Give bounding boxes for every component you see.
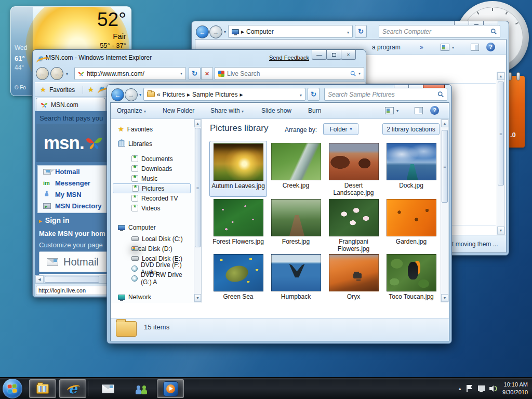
file-green-sea[interactable]: Green Sea [209, 252, 267, 303]
search-input[interactable] [328, 91, 437, 98]
search-icon[interactable] [490, 28, 497, 35]
search-icon[interactable] [437, 91, 444, 98]
taskbar-messenger-button[interactable] [130, 379, 154, 398]
file-frangipani-flowers[interactable]: Frangipani Flowers.jpg [325, 197, 382, 252]
scroll-left-button[interactable]: ◀ [35, 275, 44, 283]
toolbar-clipped-label[interactable]: a program [372, 44, 401, 51]
history-dropdown-icon[interactable]: ▾ [224, 30, 226, 34]
preview-pane-icon[interactable] [471, 44, 479, 51]
action-center-icon[interactable] [467, 385, 473, 392]
file-forest[interactable]: Forest.jpg [267, 197, 325, 252]
slide-show-button[interactable]: Slide show [261, 107, 291, 114]
search-box[interactable] [379, 25, 500, 38]
nav-pictures-selected[interactable]: * Pictures [113, 183, 191, 193]
help-icon[interactable]: ? [486, 43, 495, 51]
live-search-input[interactable] [227, 70, 348, 77]
scroll-up-button[interactable]: ▲ [194, 119, 201, 127]
nav-network[interactable]: Network [111, 292, 193, 302]
customize-page-link[interactable]: Customize your page [39, 241, 103, 249]
url-input[interactable] [87, 70, 178, 77]
address-field[interactable]: ▾ [74, 67, 186, 80]
back-button[interactable]: ← [196, 25, 209, 38]
views-icon[interactable] [385, 107, 394, 114]
network-tray-icon[interactable] [477, 385, 485, 392]
tab-msn[interactable]: MSN.com [36, 98, 105, 111]
nav-favorites[interactable]: ★ Favorites [111, 124, 193, 134]
scrollbar-thumb[interactable]: ≡ [195, 128, 201, 247]
tray-clock[interactable]: 10:10 AM 9/30/2010 [502, 381, 528, 396]
share-with-button[interactable]: Share with ▾ [210, 107, 244, 114]
scroll-down-button[interactable]: ▼ [441, 294, 448, 302]
history-dropdown-icon[interactable]: ▾ [139, 92, 141, 97]
scroll-down-button[interactable]: ▼ [194, 294, 201, 302]
file-dock[interactable]: Dock.jpg [382, 141, 440, 196]
search-box[interactable] [324, 88, 447, 101]
breadcrumb-pictures[interactable]: Pictures [163, 91, 185, 98]
taskbar-ie-button[interactable]: e [59, 379, 86, 398]
toolbar-overflow-chevron[interactable]: » [420, 44, 423, 51]
refresh-button[interactable]: ↻ [308, 88, 320, 101]
breadcrumb-sample-pictures[interactable]: Sample Pictures [192, 91, 237, 98]
file-garden[interactable]: Garden.jpg [382, 197, 440, 252]
nav-music[interactable]: * Music [111, 174, 193, 183]
scrollbar-thumb[interactable]: ≡ [498, 82, 504, 185]
file-creek[interactable]: Creek.jpg [267, 141, 325, 196]
live-search-box[interactable]: ▾ [215, 67, 364, 80]
address-dropdown-icon[interactable]: ▾ [180, 71, 182, 76]
vertical-scrollbar[interactable]: ▲ ≡ ▼ [497, 72, 505, 235]
scrollbar-thumb[interactable]: ≡ [442, 130, 448, 203]
breadcrumb-dropdown-icon[interactable]: ▾ [347, 30, 349, 35]
show-hidden-icons-button[interactable]: ▲ [458, 387, 462, 391]
pictures-window[interactable]: Send Feedback — × ← → ▾ « Pictures ▸ Sam… [107, 84, 452, 344]
scroll-down-button[interactable]: ▼ [497, 227, 504, 234]
sign-in-link[interactable]: ► Sign in [38, 216, 69, 224]
back-button[interactable]: ← [36, 67, 49, 80]
scroll-up-button[interactable]: ▲ [497, 72, 504, 80]
vertical-scrollbar[interactable]: ▲ ≡ ▼ [441, 119, 449, 302]
breadcrumb-overflow[interactable]: « [157, 91, 161, 98]
minimize-button[interactable]: — [312, 50, 327, 60]
taskbar-mail-button[interactable] [96, 379, 120, 398]
views-dropdown-icon[interactable]: ▾ [452, 45, 454, 50]
send-feedback-link[interactable]: Send Feedback [269, 55, 309, 61]
search-input[interactable] [382, 28, 490, 35]
file-oryx[interactable]: Oryx [325, 252, 382, 303]
nav-recorded-tv[interactable]: * Recorded TV [111, 193, 193, 203]
forward-button[interactable]: → [50, 67, 63, 80]
burn-button[interactable]: Burn [308, 107, 321, 114]
nav-computer[interactable]: Computer [111, 222, 193, 232]
arrange-by-dropdown[interactable]: Folder▾ [323, 123, 358, 135]
stop-button[interactable]: × [201, 67, 213, 80]
file-desert-landscape[interactable]: Desert Landscape.jpg [325, 141, 382, 196]
breadcrumb-dropdown-icon[interactable]: ▾ [300, 93, 302, 98]
history-dropdown-icon[interactable]: ▾ [66, 72, 68, 76]
nav-local-disk-c[interactable]: Local Disk (C:) [111, 234, 193, 244]
close-button[interactable]: × [341, 50, 356, 60]
taskbar-explorer-button[interactable] [29, 379, 56, 398]
volume-icon[interactable] [489, 385, 498, 392]
suggested-sites-icon[interactable]: e [99, 85, 103, 91]
file-forest-flowers[interactable]: Forest Flowers.jpg [209, 197, 267, 252]
nav-downloads[interactable]: * Downloads [111, 164, 193, 174]
favorites-button[interactable]: Favorites [49, 86, 75, 94]
nav-dvd-rw-drive-g[interactable]: DVD RW Drive (G:) A [111, 273, 193, 283]
nav-videos[interactable]: * Videos [111, 203, 193, 213]
nav-libraries[interactable]: Libraries [111, 139, 193, 149]
scrollbar-thumb[interactable] [45, 276, 99, 283]
refresh-button[interactable]: ↻ [355, 25, 367, 38]
nav-documents[interactable]: * Documents [111, 154, 193, 164]
nav-scrollbar[interactable]: ▲ ≡ ▼ [194, 119, 202, 302]
help-icon[interactable]: ? [430, 106, 439, 115]
search-provider-dropdown-icon[interactable]: ▾ [358, 71, 361, 76]
file-toco-toucan[interactable]: Toco Toucan.jpg [382, 252, 440, 303]
forward-button[interactable]: → [209, 25, 222, 38]
nav-local-disk-d[interactable]: Local Disk (D:) [111, 244, 193, 254]
new-folder-button[interactable]: New Folder [163, 107, 194, 114]
file-autumn-leaves[interactable]: Autumn Leaves.jpg [209, 141, 267, 197]
search-icon[interactable] [350, 70, 356, 77]
organize-button[interactable]: Organize ▾ [117, 107, 146, 114]
library-locations-button[interactable]: 2 library locations [382, 123, 440, 135]
forward-button[interactable]: → [125, 88, 138, 101]
breadcrumb-field[interactable]: ▸ Computer ▾ [228, 25, 353, 38]
breadcrumb-field[interactable]: « Pictures ▸ Sample Pictures ▸ ▾ [143, 88, 305, 101]
